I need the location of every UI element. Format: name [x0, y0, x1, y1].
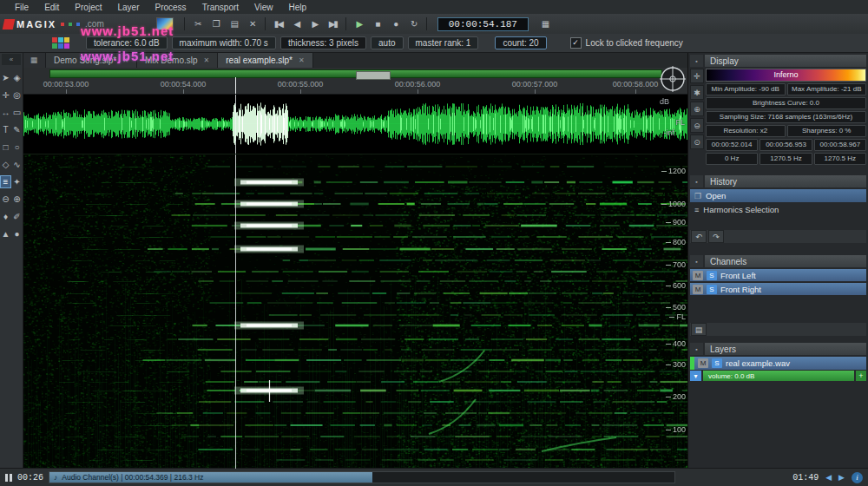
grid-button[interactable]: ▦	[536, 16, 554, 31]
colormap-dropdown[interactable]: Inferno	[706, 69, 866, 82]
history-collapse-button[interactable]: ▪	[690, 175, 703, 187]
view-settings-button[interactable]: ✱	[690, 85, 704, 100]
spectrogram-canvas[interactable]	[23, 154, 688, 470]
rect-select-tool[interactable]: □	[1, 141, 10, 153]
copy-button[interactable]: ❐	[207, 16, 225, 31]
layers-collapse-button[interactable]: ▪	[690, 343, 703, 355]
min-amplitude-field[interactable]: Min Amplitude: -90 dB	[706, 83, 786, 95]
skip-end-button[interactable]: ▶▮	[324, 16, 342, 31]
timeline-scroll-thumb[interactable]	[356, 71, 391, 80]
playhead-time-display[interactable]: 00:00:54.187	[437, 17, 529, 31]
time-cursor-field[interactable]: 00:00:56.953	[760, 139, 812, 151]
redo-button[interactable]: ↷	[708, 230, 724, 243]
pan-compass-control[interactable]	[658, 64, 687, 94]
layer-solo-button[interactable]: S	[712, 358, 722, 368]
delete-button[interactable]: ✕	[243, 16, 261, 31]
lasso-select-tool[interactable]: ○	[12, 141, 22, 153]
timeline-scrollbar[interactable]	[49, 69, 662, 78]
menu-help[interactable]: Help	[281, 3, 315, 12]
close-icon[interactable]: ✕	[204, 56, 210, 64]
auto-toggle[interactable]: auto	[371, 36, 403, 49]
tab-real-example[interactable]: real example.slp* ✕	[218, 52, 312, 68]
pencil-tool[interactable]: ✎	[12, 124, 22, 135]
reset-view-button[interactable]: ⊙	[690, 135, 704, 149]
layer-row[interactable]: M S real example.wav	[690, 357, 866, 370]
menu-view[interactable]: View	[247, 3, 281, 12]
menu-project[interactable]: Project	[67, 3, 109, 12]
tab-demo-song[interactable]: Demo Song.slp* ✕	[46, 52, 137, 68]
menu-edit[interactable]: Edit	[36, 3, 67, 12]
display-collapse-button[interactable]: ▪	[690, 55, 703, 67]
channel-options-button[interactable]: ▤	[691, 323, 707, 336]
eraser-tool[interactable]: ⊖	[1, 194, 10, 205]
magic-wand-tool[interactable]: ✦	[12, 176, 22, 187]
history-item[interactable]: ≡Harmonics Selection	[690, 203, 866, 216]
timeline-ruler[interactable]: 00:00:53.00000:00:54.00000:00:55.00000:0…	[23, 68, 688, 95]
cut-button[interactable]: ✂	[188, 16, 207, 31]
channel-solo-button[interactable]: S	[707, 285, 717, 294]
zoom-tool[interactable]: ◎	[12, 89, 22, 101]
hand-tool[interactable]: ✛	[1, 89, 10, 101]
channel-row[interactable]: MSFront Left	[690, 269, 866, 281]
stop-button[interactable]: ■	[368, 16, 386, 31]
channel-row[interactable]: MSFront Right	[690, 283, 866, 295]
waveform-canvas[interactable]	[23, 95, 688, 154]
lock-frequency-checkbox[interactable]: ✓	[570, 37, 582, 49]
clone-tool[interactable]: ⊕	[12, 194, 22, 205]
transform-tool[interactable]: ◈	[12, 72, 22, 83]
channel-solo-button[interactable]: S	[707, 271, 717, 280]
menu-layer[interactable]: Layer	[109, 3, 147, 12]
thickness-field[interactable]: thickness: 3 pixels	[280, 36, 366, 49]
menu-process[interactable]: Process	[148, 3, 194, 12]
history-item[interactable]: ❐Open	[690, 189, 866, 202]
frequency-select-tool[interactable]: ∿	[12, 159, 22, 170]
ruler-playhead-marker[interactable]	[235, 77, 236, 94]
step-back-button[interactable]: ◀	[287, 16, 306, 31]
info-icon[interactable]: i	[852, 472, 863, 483]
zoom-out-button[interactable]: ⊖	[690, 118, 704, 133]
tab-list-button[interactable]: ▦	[23, 52, 46, 68]
next-view-button[interactable]: ▶	[838, 473, 845, 482]
resolution-field[interactable]: Resolution: x2	[706, 125, 786, 137]
playback-scroll-fill[interactable]: ♪ Audio Channel(s) | 00:00:54.369 | 216.…	[49, 472, 372, 483]
channel-mute-button[interactable]: M	[693, 271, 703, 280]
time-start-field[interactable]: 00:00:52.014	[706, 139, 758, 151]
tolerance-field[interactable]: tolerance: 6.0 dB	[86, 36, 168, 49]
close-icon[interactable]: ✕	[122, 56, 128, 64]
add-layer-button[interactable]: +	[856, 371, 866, 381]
channel-mute-button[interactable]: M	[693, 285, 703, 294]
play-button[interactable]: ▶	[350, 16, 368, 31]
pin-tool[interactable]: ▲	[1, 228, 10, 240]
master-rank-field[interactable]: master rank: 1	[408, 36, 479, 49]
pause-icon[interactable]	[5, 474, 12, 482]
brush-select-tool[interactable]: ◇	[1, 159, 10, 170]
close-icon[interactable]: ✕	[299, 56, 305, 64]
playhead-line[interactable]	[235, 95, 236, 154]
skip-start-button[interactable]: ▮◀	[269, 16, 287, 31]
freq-low-field[interactable]: 0 Hz	[706, 153, 758, 165]
frame-tool[interactable]: ▭	[12, 107, 22, 118]
tab-mix-demo[interactable]: Mix Demo.slp ✕	[137, 52, 218, 68]
menu-file[interactable]: File	[7, 3, 36, 12]
move-tool[interactable]: ↔	[1, 107, 10, 118]
count-field[interactable]: count: 20	[495, 36, 546, 49]
palette-collapse-button[interactable]: «	[2, 54, 21, 65]
freq-cursor-field[interactable]: 1270.5 Hz	[760, 153, 812, 165]
spray-tool[interactable]: ●	[12, 228, 22, 240]
max-amplitude-field[interactable]: Max Amplitude: -21 dB	[787, 83, 867, 95]
layer-mute-button[interactable]: M	[698, 358, 708, 368]
layer-volume-slider[interactable]: volume: 0.0 dB	[703, 371, 854, 381]
playback-scrollbar[interactable]: ♪ Audio Channel(s) | 00:00:54.369 | 216.…	[49, 471, 675, 483]
sharpness-field[interactable]: Sharpness: 0 %	[787, 125, 867, 137]
layer-options-button[interactable]: ▾	[690, 371, 701, 381]
select-tool[interactable]: ➤	[1, 72, 10, 83]
pan-view-button[interactable]: ✛	[690, 69, 704, 83]
freq-high-field[interactable]: 1270.5 Hz	[814, 153, 866, 165]
step-forward-button[interactable]: ▶	[306, 16, 324, 31]
record-button[interactable]: ●	[386, 16, 404, 31]
brush-tool[interactable]: ✐	[12, 211, 22, 222]
brightness-curve-field[interactable]: Brightness Curve: 0.0	[706, 97, 866, 109]
stamp-tool[interactable]: ♦	[1, 211, 10, 222]
sampling-size-field[interactable]: Sampling Size: 7168 samples (163ms/6Hz)	[706, 111, 866, 123]
undo-button[interactable]: ↶	[691, 230, 707, 243]
